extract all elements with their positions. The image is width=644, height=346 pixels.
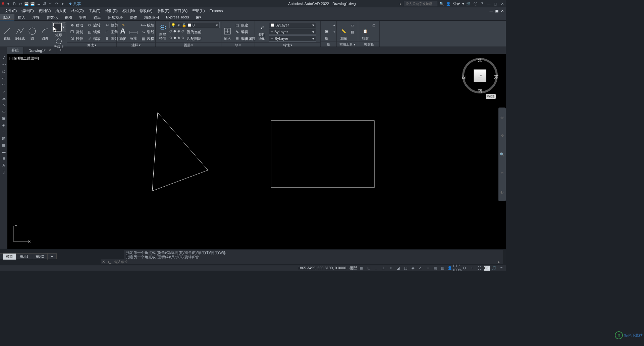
layer-props-button[interactable]: 图层 特性: [157, 21, 168, 41]
util-small-1[interactable]: ▭: [351, 22, 354, 28]
window-min-icon[interactable]: —: [486, 1, 491, 6]
lt-text-icon[interactable]: A: [0, 162, 7, 168]
tab-annot[interactable]: 注释: [29, 14, 43, 20]
cube-west[interactable]: 西: [462, 74, 466, 80]
status-lwt-icon[interactable]: ━: [425, 266, 431, 271]
layer-small-3-icon[interactable]: ◈: [177, 29, 180, 35]
panel-layer-footer[interactable]: 图层 ▾: [156, 42, 221, 47]
search-go-icon[interactable]: 🔍: [439, 1, 444, 6]
status-iso-icon[interactable]: ◢: [395, 266, 401, 271]
saveas-icon[interactable]: 💾: [30, 1, 35, 6]
status-trans-icon[interactable]: ▤: [432, 266, 438, 271]
layer-small-5-icon[interactable]: ◇: [169, 36, 172, 42]
cart-icon[interactable]: 🛒: [466, 1, 471, 6]
clip-small-1[interactable]: ▢: [372, 22, 375, 28]
menu-insert[interactable]: 插入(I): [53, 8, 68, 13]
measure-button[interactable]: 📏 测量: [338, 21, 350, 41]
command-chevron-icon[interactable]: ›_: [108, 260, 112, 264]
layer-combo[interactable]: 💡☀🔒 0 ▾: [169, 22, 220, 28]
lt-polygon-icon[interactable]: ⬠: [0, 68, 7, 75]
save-icon[interactable]: 💾: [24, 1, 29, 6]
ribbon-chevron-icon[interactable]: ▣▾: [194, 14, 204, 20]
panel-clip-footer[interactable]: 剪贴板: [358, 42, 379, 47]
command-input[interactable]: [114, 260, 496, 264]
menu-modify[interactable]: 修改(M): [138, 8, 155, 13]
plot-icon[interactable]: 🖶: [42, 1, 47, 6]
status-model[interactable]: 模型: [350, 266, 357, 271]
lt-arc-icon[interactable]: ◠: [0, 81, 7, 88]
login-button[interactable]: 登录: [453, 1, 460, 6]
status-ortho-icon[interactable]: ⊥: [380, 266, 386, 271]
menu-file[interactable]: 文件(F): [3, 8, 19, 13]
nav-zoom-icon[interactable]: 🔍: [498, 145, 506, 164]
lt-addsel-icon[interactable]: ▯: [0, 168, 7, 175]
search-input[interactable]: [404, 1, 437, 6]
tab-insert[interactable]: 插入: [14, 14, 29, 20]
tab-express[interactable]: Express Tools: [163, 14, 193, 20]
panel-block-footer[interactable]: 块 ▾: [221, 42, 255, 47]
panel-annot-footer[interactable]: 注释 ▾: [117, 42, 155, 47]
tab-default[interactable]: 默认: [0, 14, 14, 20]
web-icon[interactable]: ☁: [36, 1, 41, 6]
status-customize-icon[interactable]: ≡: [498, 266, 504, 271]
info-chevron-icon[interactable]: ▸: [400, 2, 402, 6]
copy-button[interactable]: ❐复制: [68, 29, 85, 35]
new-tab-button[interactable]: +: [56, 47, 65, 54]
cube-top[interactable]: 上: [474, 69, 486, 82]
menu-view[interactable]: 视图(V): [37, 8, 53, 13]
insert-block-button[interactable]: 插入: [223, 21, 232, 41]
lt-table-icon[interactable]: ⊞: [0, 155, 7, 162]
table-button[interactable]: ▦表格: [140, 36, 156, 42]
rect-chevron-icon[interactable]: ▾: [62, 25, 64, 29]
stretch-button[interactable]: ⇲拉伸: [68, 36, 85, 42]
status-osnap-icon[interactable]: ▢: [402, 266, 409, 271]
status-cycle-icon[interactable]: ▥: [439, 266, 445, 271]
linear-button[interactable]: ⟷线性: [140, 22, 156, 28]
create-block-button[interactable]: ▢创建: [233, 22, 257, 28]
lt-circle-icon[interactable]: ○: [0, 88, 7, 95]
open-icon[interactable]: 🗁: [18, 1, 23, 6]
status-ime-note-icon[interactable]: 🎵: [491, 266, 497, 271]
status-ime[interactable]: CH: [484, 266, 490, 271]
edit-block-button[interactable]: ✎编辑: [233, 29, 257, 35]
status-plus-icon[interactable]: +: [469, 266, 475, 271]
linetype-combo[interactable]: ─ByLayer▾: [269, 36, 316, 42]
login-chevron-icon[interactable]: ▾: [462, 2, 464, 6]
layer-small-1-icon[interactable]: ◇: [169, 29, 172, 35]
share-button[interactable]: ✈ 共享: [69, 1, 81, 6]
help-icon[interactable]: ?: [480, 1, 484, 6]
nav-wheel-icon[interactable]: ◐: [498, 183, 506, 201]
menu-format[interactable]: 格式(O): [69, 8, 86, 13]
match-layer-button[interactable]: 匹配图层: [185, 36, 203, 42]
panel-props-footer[interactable]: 特性 ▾: [255, 42, 320, 47]
polyline-button[interactable]: 多段线: [14, 21, 25, 41]
nav-pan-icon[interactable]: ✥: [498, 126, 506, 145]
menu-edit[interactable]: 编辑(E): [19, 8, 36, 13]
view-cube[interactable]: 北 南 西 东 上: [462, 57, 498, 97]
match-props-button[interactable]: 🖌 特性 匹配: [256, 21, 268, 41]
new-icon[interactable]: 🗋: [12, 1, 17, 6]
tab-param[interactable]: 参数化: [43, 14, 61, 20]
lineweight-combo[interactable]: ━ByLayer▾: [269, 29, 316, 35]
undo-icon[interactable]: ↶: [48, 1, 53, 6]
line-button[interactable]: 直线: [1, 21, 13, 41]
mirror-button[interactable]: ◫镜像: [86, 29, 102, 35]
group-button[interactable]: ▣ 组: [322, 21, 331, 41]
cube-south[interactable]: 南: [478, 88, 482, 94]
scale-button[interactable]: ⤢缩放: [86, 36, 102, 42]
drawing-area[interactable]: ╱ 〰 ⬠ ▭ ◠ ○ ☁ ∿ ⬭ ▣ ◈ ∙ ▨ ▦ ▬ ⊞ A ▯ [-][…: [0, 54, 506, 249]
menu-dim[interactable]: 标注(N): [120, 8, 137, 13]
status-polar-icon[interactable]: ✧: [388, 266, 394, 271]
layer-small-4-icon[interactable]: ◇: [181, 29, 184, 35]
layout-add[interactable]: +: [48, 254, 57, 259]
layer-small-6-icon[interactable]: ◆: [173, 36, 176, 42]
tab-output[interactable]: 输出: [90, 14, 105, 20]
status-grid-icon[interactable]: ▦: [358, 266, 364, 271]
lt-rect-icon[interactable]: ▭: [0, 75, 7, 81]
lt-line-icon[interactable]: ╱: [0, 55, 7, 61]
app-a-icon[interactable]: Ⓐ: [473, 1, 478, 6]
layout-1[interactable]: 布局1: [16, 254, 32, 260]
layer-small-7-icon[interactable]: ◈: [177, 36, 180, 42]
edit-attr-button[interactable]: ≣编辑属性: [233, 36, 257, 42]
panel-util-footer[interactable]: 实用工具 ▾: [337, 42, 358, 47]
